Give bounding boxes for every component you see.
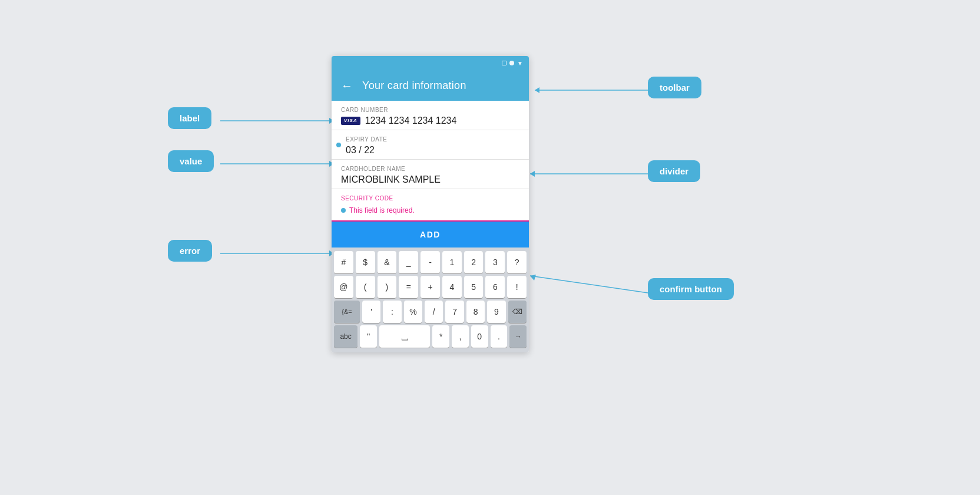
keyboard: # $ & _ - 1 2 3 ? @ ( ) = + 4 5 6 ! {&= … [332, 248, 529, 352]
key-8[interactable]: 8 [466, 301, 485, 323]
key-hash[interactable]: # [334, 251, 353, 273]
key-4[interactable]: 4 [442, 276, 462, 298]
key-1[interactable]: 1 [442, 251, 462, 273]
security-code-field[interactable]: SECURITY CODE This field is required. [332, 189, 529, 222]
expiry-label: EXPIRY DATE [341, 136, 519, 143]
key-space[interactable]: ⎵ [379, 325, 430, 348]
svg-line-10 [530, 276, 648, 293]
expiry-field[interactable]: EXPIRY DATE 03 / 22 [332, 130, 529, 160]
expiry-dot-icon [336, 143, 341, 147]
key-special[interactable]: {&= [334, 301, 360, 323]
key-percent[interactable]: % [404, 301, 422, 323]
key-0[interactable]: 0 [471, 325, 488, 348]
status-signal-icon: ▼ [517, 60, 523, 67]
svg-marker-11 [530, 275, 536, 280]
key-comma[interactable]: , [452, 325, 469, 348]
error-dot-icon [341, 208, 346, 213]
keyboard-row-3: {&= ' : % / 7 8 9 ⌫ [334, 301, 527, 323]
key-3[interactable]: 3 [485, 251, 505, 273]
expiry-value: 03 / 22 [341, 145, 519, 156]
svg-marker-7 [530, 171, 535, 177]
key-minus[interactable]: - [421, 251, 440, 273]
key-period[interactable]: . [491, 325, 508, 348]
status-square-icon [502, 61, 506, 65]
key-at[interactable]: @ [334, 276, 353, 298]
key-backspace[interactable]: ⌫ [508, 301, 527, 323]
card-number-value: 1234 1234 1234 1234 [365, 116, 457, 126]
key-colon[interactable]: : [383, 301, 401, 323]
status-circle-icon [509, 61, 514, 65]
keyboard-row-4: abc " ⎵ * , 0 . → [334, 325, 527, 348]
keyboard-row-1: # $ & _ - 1 2 3 ? [334, 251, 527, 273]
toolbar-annotation: toolbar [648, 77, 701, 98]
error-message: This field is required. [349, 204, 415, 217]
svg-marker-1 [535, 87, 539, 93]
confirm-button-annotation: confirm button [648, 278, 734, 300]
key-slash[interactable]: / [425, 301, 443, 323]
key-abc[interactable]: abc [334, 325, 357, 348]
key-7[interactable]: 7 [445, 301, 463, 323]
card-number-label: CARD NUMBER [341, 107, 519, 113]
phone-mockup: ▼ ← Your card information CARD NUMBER VI… [332, 56, 529, 352]
security-code-label: SECURITY CODE [341, 195, 519, 202]
back-button[interactable]: ← [341, 79, 353, 93]
status-bar: ▼ [332, 56, 529, 70]
divider-annotation: divider [648, 160, 700, 182]
key-6[interactable]: 6 [485, 276, 505, 298]
cardholder-field[interactable]: CARDHOLDER NAME MICROBLINK SAMPLE [332, 160, 529, 189]
key-underscore[interactable]: _ [399, 251, 418, 273]
card-number-field[interactable]: CARD NUMBER VISA 1234 1234 1234 1234 [332, 101, 529, 130]
error-annotation: error [168, 240, 212, 262]
form-area: CARD NUMBER VISA 1234 1234 1234 1234 EXP… [332, 101, 529, 248]
key-lparen[interactable]: ( [356, 276, 375, 298]
key-quote[interactable]: " [360, 325, 377, 348]
key-2[interactable]: 2 [464, 251, 484, 273]
key-rparen[interactable]: ) [378, 276, 397, 298]
key-ampersand[interactable]: & [378, 251, 397, 273]
toolbar-title: Your card information [362, 80, 466, 92]
visa-badge: VISA [341, 117, 360, 125]
key-return[interactable]: → [509, 325, 527, 348]
cardholder-value: MICROBLINK SAMPLE [341, 174, 519, 185]
label-annotation: label [168, 107, 211, 129]
key-question[interactable]: ? [507, 251, 527, 273]
keyboard-row-2: @ ( ) = + 4 5 6 ! [334, 276, 527, 298]
value-annotation: value [168, 150, 214, 172]
cardholder-label: CARDHOLDER NAME [341, 166, 519, 172]
key-dollar[interactable]: $ [356, 251, 375, 273]
key-apostrophe[interactable]: ' [362, 301, 380, 323]
key-9[interactable]: 9 [487, 301, 505, 323]
add-button[interactable]: ADD [332, 222, 529, 248]
key-equals[interactable]: = [399, 276, 418, 298]
key-plus[interactable]: + [421, 276, 440, 298]
toolbar: ← Your card information [332, 70, 529, 101]
key-asterisk[interactable]: * [432, 325, 449, 348]
key-5[interactable]: 5 [464, 276, 484, 298]
key-exclaim[interactable]: ! [507, 276, 527, 298]
